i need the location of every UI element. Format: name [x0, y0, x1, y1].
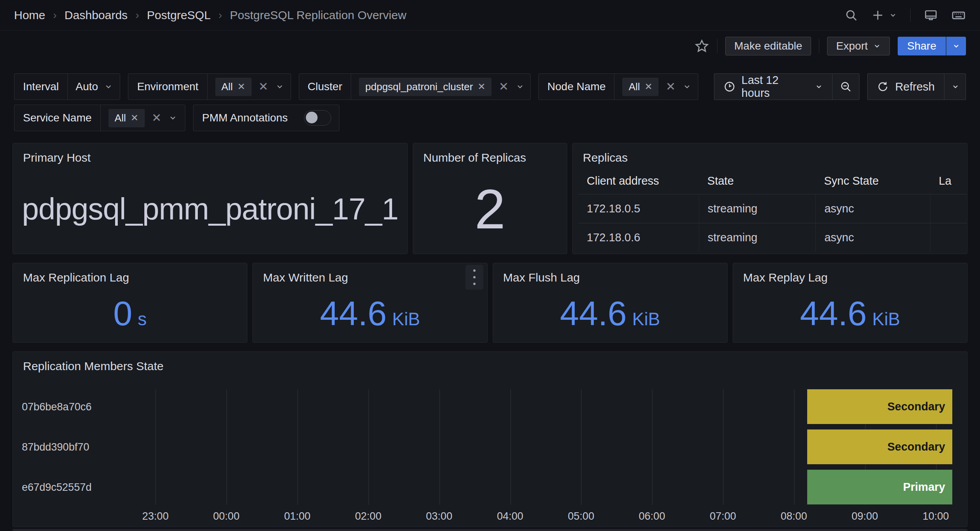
cell-client-address: 172.18.0.6: [578, 223, 699, 252]
keyboard-icon[interactable]: [951, 8, 966, 23]
zoom-out-time-button[interactable]: [832, 74, 859, 100]
breadcrumb-postgresql[interactable]: PostgreSQL: [147, 9, 210, 22]
star-icon[interactable]: [694, 39, 709, 53]
timeline-row: 87bdd390bf70 Secondary: [102, 429, 953, 464]
pmm-annotations-toggle[interactable]: [304, 110, 331, 126]
time-range-label: Last 12 hours: [742, 74, 809, 100]
toolbar-divider: [819, 39, 819, 53]
dashboard-toolbar: Make editable Export Share: [0, 30, 980, 62]
refresh-button[interactable]: Refresh: [868, 74, 944, 100]
share-button[interactable]: Share: [898, 37, 946, 55]
stat-value: 44.6: [800, 296, 866, 331]
cluster-label: Cluster: [299, 74, 352, 100]
column-header-sync-state[interactable]: Sync State: [815, 167, 930, 194]
number-of-replicas-panel: Number of Replicas 2: [413, 143, 567, 254]
column-header-client-address[interactable]: Client address: [578, 167, 699, 194]
panel-title[interactable]: Max Written Lag: [253, 263, 487, 284]
stat-unit: s: [138, 308, 147, 330]
chevron-down-icon: [169, 114, 177, 122]
clear-icon[interactable]: ✕: [258, 81, 269, 93]
cluster-chip-label: pdpgsql_patroni_cluster: [365, 81, 473, 93]
cell-state: streaming: [699, 223, 815, 252]
chip-remove-icon[interactable]: ✕: [237, 81, 245, 92]
monitor-icon[interactable]: [924, 8, 938, 22]
environment-label: Environment: [128, 74, 207, 100]
make-editable-button[interactable]: Make editable: [725, 37, 811, 55]
panel-title[interactable]: Max Replay Lag: [733, 263, 967, 284]
next-panel-row-edge: [12, 529, 968, 531]
breadcrumb-separator: ›: [135, 9, 139, 21]
plus-icon: [871, 9, 884, 22]
node-name-label: Node Name: [539, 74, 614, 100]
x-tick-label: 02:00: [355, 510, 382, 522]
zoom-out-icon: [840, 80, 852, 93]
panel-title[interactable]: Number of Replicas: [413, 143, 567, 164]
panel-title[interactable]: Primary Host: [13, 143, 407, 164]
cluster-select[interactable]: pdpgsql_patroni_cluster ✕ ✕: [351, 74, 531, 100]
x-tick-label: 04:00: [497, 510, 524, 522]
pmm-annotations-toggle-wrap: [296, 105, 339, 131]
table-row: 172.18.0.5 streaming async: [578, 194, 967, 223]
clear-icon[interactable]: ✕: [151, 112, 162, 124]
service-name-chip[interactable]: All ✕: [108, 109, 145, 127]
clear-icon[interactable]: ✕: [665, 81, 676, 93]
timeline-bar: Primary: [807, 470, 952, 504]
panel-title[interactable]: Replication Members State: [13, 352, 967, 373]
replicas-panel: Replicas Client address State Sync State…: [572, 143, 968, 254]
timeline-plot: 07b6be8a70c6 Secondary 87bdd390bf70 Seco…: [102, 389, 953, 505]
max-written-lag-panel: Max Written Lag 44.6 KiB: [252, 263, 487, 343]
clear-icon[interactable]: ✕: [498, 81, 509, 93]
x-tick-label: 05:00: [568, 510, 595, 522]
refresh-interval-dropdown[interactable]: [944, 74, 966, 100]
x-tick-label: 07:00: [710, 510, 736, 522]
x-tick-label: 03:00: [426, 510, 453, 522]
node-name-chip[interactable]: All ✕: [622, 78, 659, 96]
chip-remove-icon[interactable]: ✕: [131, 112, 138, 123]
timeline-bar: Secondary: [807, 389, 952, 424]
top-nav: Home › Dashboards › PostgreSQL › Postgre…: [0, 0, 980, 30]
column-header-lag[interactable]: La: [930, 167, 967, 194]
stat-value: 0: [113, 296, 132, 331]
chip-remove-icon[interactable]: ✕: [478, 81, 485, 92]
replicas-table: Client address State Sync State La 172.1…: [573, 167, 967, 254]
interval-value: Auto: [76, 80, 98, 93]
cell-sync-state: async: [815, 194, 930, 223]
column-header-state[interactable]: State: [699, 167, 815, 194]
time-range-button[interactable]: Last 12 hours: [714, 74, 833, 100]
chevron-down-icon: [889, 11, 897, 19]
panel-menu-button[interactable]: [465, 265, 483, 290]
chip-remove-icon[interactable]: ✕: [644, 81, 652, 92]
dashboard-filters: Interval Auto Environment All ✕ ✕: [0, 62, 980, 131]
refresh-label: Refresh: [895, 80, 935, 93]
search-icon[interactable]: [845, 9, 858, 22]
environment-chip[interactable]: All ✕: [215, 78, 252, 96]
time-range-picker: Last 12 hours: [714, 73, 860, 100]
new-dashboard-button[interactable]: [871, 9, 897, 22]
interval-filter: Interval Auto: [14, 73, 120, 100]
chevron-down-icon: [516, 82, 524, 91]
breadcrumb: Home › Dashboards › PostgreSQL › Postgre…: [14, 9, 407, 22]
service-name-select[interactable]: All ✕ ✕: [101, 105, 185, 131]
export-button[interactable]: Export: [827, 37, 890, 55]
breadcrumb-separator: ›: [218, 9, 222, 21]
share-dropdown-button[interactable]: [946, 37, 966, 55]
panel-title[interactable]: Max Replication Lag: [13, 263, 247, 284]
x-tick-label: 06:00: [639, 510, 665, 522]
cluster-chip[interactable]: pdpgsql_patroni_cluster ✕: [359, 78, 492, 96]
cell-client-address: 172.18.0.5: [578, 194, 699, 223]
timeline-bar-state-label: Primary: [903, 481, 952, 494]
service-name-filter: Service Name All ✕ ✕: [14, 105, 185, 131]
breadcrumb-dashboards[interactable]: Dashboards: [64, 9, 128, 22]
stat-unit: KiB: [872, 308, 900, 330]
stat-unit: KiB: [392, 308, 420, 330]
interval-label: Interval: [14, 74, 68, 100]
panel-title[interactable]: Max Flush Lag: [493, 263, 727, 284]
node-name-select[interactable]: All ✕ ✕: [614, 74, 698, 100]
replication-members-state-panel: Replication Members State 07b6be8a70c6 S…: [12, 351, 968, 527]
x-tick-label: 01:00: [284, 510, 311, 522]
x-tick-label: 00:00: [213, 510, 240, 522]
breadcrumb-home[interactable]: Home: [14, 9, 45, 22]
interval-select[interactable]: Auto: [68, 74, 121, 100]
panel-title[interactable]: Replicas: [573, 143, 967, 164]
environment-select[interactable]: All ✕ ✕: [208, 74, 291, 100]
